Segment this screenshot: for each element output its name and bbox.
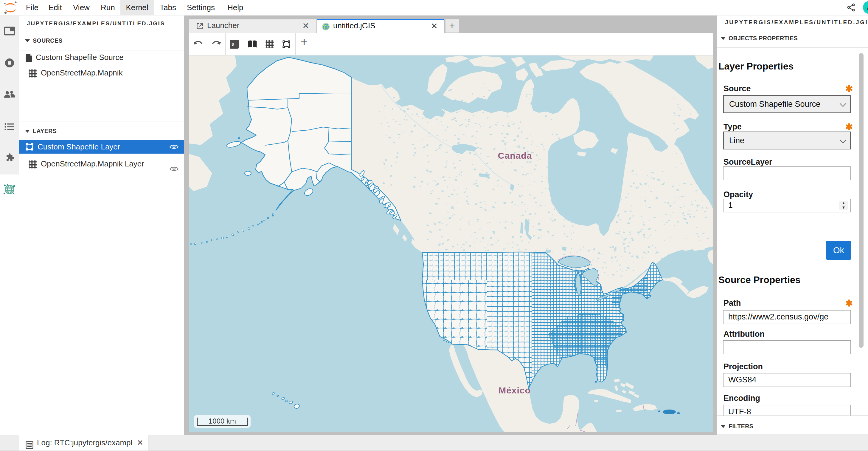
svg-text:$_: $_ xyxy=(231,43,237,47)
svg-text:Canada: Canada xyxy=(498,151,532,161)
svg-text:México: México xyxy=(498,385,531,395)
svg-text:1000 km: 1000 km xyxy=(209,417,236,425)
